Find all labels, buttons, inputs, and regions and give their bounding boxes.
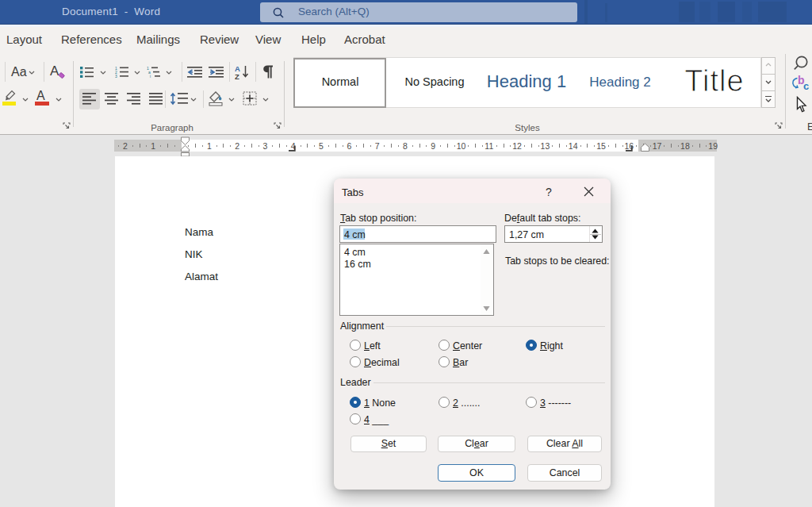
svg-text:3: 3	[115, 74, 117, 78]
svg-text:i: i	[150, 74, 151, 78]
svg-text:Z: Z	[235, 72, 239, 80]
